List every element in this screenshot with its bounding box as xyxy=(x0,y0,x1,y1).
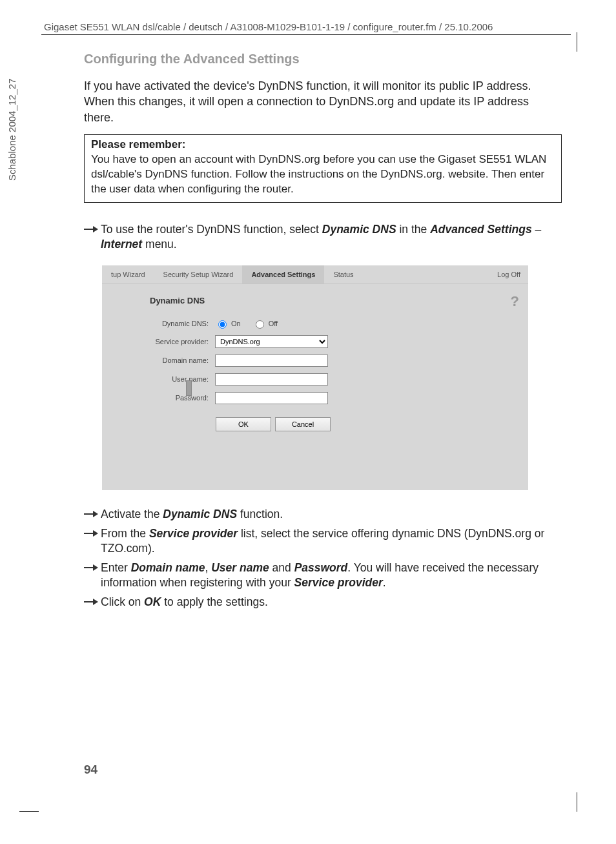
provider-select[interactable]: DynDNS.org xyxy=(215,335,328,348)
tab-status[interactable]: Status xyxy=(324,265,362,283)
crop-mark xyxy=(557,32,577,52)
crop-mark xyxy=(557,792,577,812)
step-text: To use the router's DynDNS function, sel… xyxy=(101,222,562,252)
radio-off-input[interactable] xyxy=(256,320,264,329)
arrow-icon xyxy=(84,563,101,591)
label-provider: Service provider: xyxy=(102,338,215,345)
help-icon[interactable]: ? xyxy=(511,293,519,310)
logoff-link[interactable]: Log Off xyxy=(497,271,528,278)
arrow-icon xyxy=(84,529,101,557)
scroll-handle[interactable] xyxy=(186,380,192,396)
note-box: Please remember: You have to open an acc… xyxy=(84,134,562,203)
tab-advanced-settings[interactable]: Advanced Settings xyxy=(242,265,324,283)
page-number: 94 xyxy=(84,763,98,777)
svg-marker-7 xyxy=(93,564,98,571)
label-user: User name: xyxy=(102,375,215,383)
arrow-icon xyxy=(84,225,101,252)
step-text: Activate the Dynamic DNS function. xyxy=(101,507,283,522)
label-domain: Domain name: xyxy=(102,356,215,364)
step-text: From the Service provider list, select t… xyxy=(101,526,562,557)
nav-bar: tup Wizard Security Setup Wizard Advance… xyxy=(102,265,528,284)
crop-mark xyxy=(19,811,39,812)
doc-header: Gigaset SE551 WLAN dsl/cable / deutsch /… xyxy=(41,21,571,35)
domain-input[interactable] xyxy=(215,355,328,367)
note-body: You have to open an account with DynDNS.… xyxy=(91,152,555,197)
radio-off[interactable]: Off xyxy=(252,318,278,329)
radio-on[interactable]: On xyxy=(215,318,241,329)
password-input[interactable] xyxy=(215,392,328,404)
svg-marker-1 xyxy=(93,226,98,232)
username-input[interactable] xyxy=(215,373,328,386)
label-ddns: Dynamic DNS: xyxy=(102,320,215,327)
arrow-icon xyxy=(84,597,101,610)
radio-on-input[interactable] xyxy=(218,320,227,329)
intro-paragraph: If you have activated the device's DynDN… xyxy=(84,78,562,125)
step-text: Enter Domain name, User name and Passwor… xyxy=(101,561,562,591)
arrow-icon xyxy=(84,509,101,522)
note-title: Please remember: xyxy=(91,138,555,151)
cancel-button[interactable]: Cancel xyxy=(275,417,331,431)
tab-setup-wizard[interactable]: tup Wizard xyxy=(102,265,154,283)
label-pass: Password: xyxy=(102,394,215,402)
tab-security-wizard[interactable]: Security Setup Wizard xyxy=(154,265,243,283)
svg-marker-3 xyxy=(93,511,98,517)
section-title: Configuring the Advanced Settings xyxy=(84,52,562,67)
panel-title: Dynamic DNS xyxy=(150,296,528,305)
router-ui-panel: tup Wizard Security Setup Wizard Advance… xyxy=(102,265,528,490)
template-stamp: Schablone 2004_12_27 xyxy=(6,79,17,181)
svg-marker-5 xyxy=(93,530,98,537)
step-text: Click on OK to apply the settings. xyxy=(101,595,268,610)
svg-marker-9 xyxy=(93,599,98,605)
ok-button[interactable]: OK xyxy=(216,417,271,431)
